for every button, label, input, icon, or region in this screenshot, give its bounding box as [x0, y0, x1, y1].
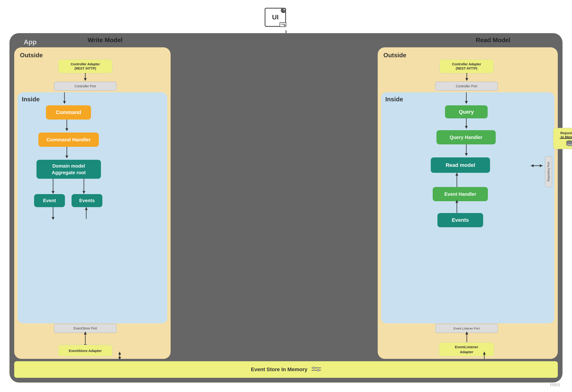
svg-marker-26: [465, 78, 468, 81]
read-arrow4: [459, 144, 474, 157]
sliders-icon: [312, 366, 321, 373]
svg-marker-34: [540, 164, 543, 167]
svg-marker-30: [465, 126, 468, 129]
read-query-box: Query: [445, 105, 488, 118]
ui-label: UI: [272, 14, 279, 21]
write-arrow6: [36, 207, 103, 221]
read-repository-in-memory: Repository In Memory: [553, 128, 572, 149]
svg-marker-32: [465, 153, 468, 156]
read-outside-label: Outside: [383, 52, 406, 59]
write-controller-port: Controller Port: [54, 82, 117, 91]
canvas: UI App Write Model Read Model Outside Co…: [0, 0, 572, 392]
write-arrow4: [60, 147, 74, 160]
read-repository-port: Repository Port: [545, 156, 552, 187]
read-controller-port: Controller Port: [435, 82, 498, 91]
read-model-box: Read model: [431, 157, 490, 173]
write-eventstore-port: EventStore Port: [54, 324, 117, 333]
event-store-label: Event Store In Memory: [251, 366, 307, 373]
svg-marker-17: [82, 191, 85, 194]
database-icon: [566, 140, 572, 146]
svg-marker-21: [85, 207, 88, 210]
app-title: App: [24, 38, 36, 46]
svg-marker-11: [65, 128, 68, 131]
read-model-label: Read Model: [476, 36, 510, 44]
app-container: App Write Model Read Model Outside Contr…: [10, 33, 562, 382]
read-controller-adapter: Controller Adapter (REST /HTTP): [439, 59, 494, 73]
read-query-handler-box: Query Handler: [436, 130, 496, 144]
event-store-bar: Event Store In Memory: [14, 361, 558, 378]
write-events-box: Events: [72, 194, 102, 207]
write-arrow5: [36, 179, 101, 195]
write-command-handler-box: Command Handler: [38, 133, 99, 147]
read-inside-area: Inside Query Query Handler: [381, 92, 555, 323]
write-domain-model-box: Domain model Aggregate root: [36, 160, 101, 179]
read-repo-arrow: [531, 163, 545, 168]
write-controller-adapter: Controller Adapter (REST /HTTP): [58, 59, 112, 73]
svg-marker-37: [455, 173, 458, 176]
write-inside-label: Inside: [22, 96, 40, 103]
read-arrow2: [459, 92, 474, 105]
write-model-label: Write Model: [88, 36, 123, 44]
read-events-box: Events: [437, 213, 483, 227]
read-inside-label: Inside: [385, 96, 403, 103]
read-event-listener-port: Event Listener Port: [435, 324, 498, 333]
svg-marker-15: [52, 191, 54, 194]
read-event-listener-adapter: EventListener Adapter: [439, 342, 494, 357]
read-arrow6: [450, 200, 464, 213]
svg-point-44: [567, 143, 572, 146]
svg-point-49: [313, 367, 315, 369]
write-eventstore-adapter: EventStore Adapter: [58, 345, 112, 357]
write-model-area: Outside Controller Adapter (REST /HTTP) …: [14, 47, 171, 359]
write-inside-area: Inside Command Command Handler: [17, 92, 167, 323]
miro-label: miro: [550, 382, 560, 388]
write-arrow2: [57, 92, 72, 105]
svg-marker-9: [63, 101, 66, 104]
svg-marker-7: [84, 78, 87, 81]
ui-icon[interactable]: UI: [262, 4, 288, 30]
svg-marker-19: [52, 217, 54, 220]
svg-marker-13: [65, 155, 68, 158]
svg-marker-35: [531, 164, 534, 167]
read-arrow3: [459, 118, 474, 130]
write-arrow1: [76, 73, 95, 82]
read-event-handler-box: Event Handler: [433, 187, 488, 201]
svg-point-50: [317, 369, 319, 371]
svg-marker-28: [465, 101, 468, 104]
write-arrow3: [60, 120, 74, 133]
write-command-box: Command: [46, 105, 91, 120]
read-model-area: Outside Controller Adapter (REST /HTTP) …: [378, 47, 558, 359]
write-outside-label: Outside: [20, 52, 43, 59]
read-arrow1: [457, 73, 476, 82]
ui-icon-inner: UI: [265, 8, 286, 27]
read-arrow5: [450, 173, 464, 187]
write-event-box: Event: [34, 194, 65, 207]
